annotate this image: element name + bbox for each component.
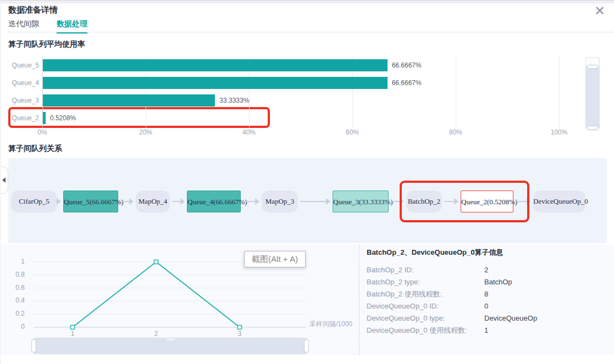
line-x-tick-label: 1 xyxy=(62,330,84,338)
line-y-tick-label: 0.8 xyxy=(4,271,25,278)
line-x-tick-label: 3 xyxy=(229,330,251,338)
graph-edge xyxy=(300,201,326,202)
queue-usage-bar-chart: 0%20%40%60%80%100%Queue_566.6667%Queue_4… xyxy=(1,55,614,138)
bar-queue_2[interactable] xyxy=(43,112,46,124)
tab-bar: 迭代间隙数据处理 xyxy=(8,19,614,32)
line-y-tick-label: 0.6 xyxy=(4,284,25,292)
line-y-tick-label: 0.4 xyxy=(4,296,25,304)
section-title-queue-relation: 算子间队列关系 xyxy=(8,144,62,154)
bar-gridline xyxy=(456,57,456,127)
datazoom-grip-icon xyxy=(167,339,174,340)
screenshot-hint-tooltip: 截图(Alt + A) xyxy=(244,251,306,267)
section-title-queue-usage: 算子间队列平均使用率 xyxy=(8,40,85,49)
op-info-row: DeviceQueueOp_0 使用线程数:1 xyxy=(367,324,614,337)
bar-value-label: 0.5208% xyxy=(50,112,76,124)
bar-category-label: Queue_4 xyxy=(5,77,39,89)
op-info-value: BatchOp xyxy=(484,276,512,288)
bar-gridline xyxy=(559,57,560,127)
graph-node-mapop_3[interactable]: MapOp_3 xyxy=(262,191,298,212)
bar-queue_3[interactable] xyxy=(43,94,215,107)
bar-x-tick-label: 60% xyxy=(336,128,369,136)
op-info-value: 8 xyxy=(484,288,488,300)
graph-edge xyxy=(243,201,255,202)
highlight-annotation-queue2-node xyxy=(400,181,529,222)
datazoom-handle-left[interactable] xyxy=(31,339,36,352)
bar-x-tick-label: 20% xyxy=(129,128,162,136)
graph-node-cifarop_5[interactable]: CifarOp_5 xyxy=(11,191,57,212)
bar-x-tick-label: 0% xyxy=(26,128,59,136)
sidebar-collapse-toggle[interactable] xyxy=(1,166,8,194)
graph-edge xyxy=(391,201,400,202)
bar-x-tick-label: 80% xyxy=(439,128,472,136)
page-title: 数据准备详情 xyxy=(8,5,58,15)
graph-edge-arrow-icon xyxy=(180,198,185,205)
bar-x-tick-label: 40% xyxy=(233,128,265,136)
graph-edge-arrow-icon xyxy=(255,198,259,205)
line-y-tick-label: 0.2 xyxy=(4,310,25,317)
graph-edge-arrow-icon xyxy=(57,198,61,205)
line-y-tick-label: 0 xyxy=(4,323,25,331)
bar-x-tick-label: 100% xyxy=(543,128,576,136)
graph-edge xyxy=(120,201,129,202)
op-info-row: DeviceQueueOp_0 type:DeviceQueueOp xyxy=(367,312,614,324)
datazoom-handle-right[interactable] xyxy=(304,339,309,352)
tab-step-interval[interactable]: 迭代间隙 xyxy=(8,19,39,32)
datazoom-handle-bottom[interactable] xyxy=(587,126,598,130)
bottom-panel: 采样间隔/1000 截图(Alt + A) 00.20.40.60.81123 … xyxy=(1,244,614,355)
op-info-value: 2 xyxy=(484,264,488,276)
bar-category-label: Queue_5 xyxy=(5,59,39,71)
op-info-value: DeviceQueueOp xyxy=(484,312,537,324)
graph-node-mapop_4[interactable]: MapOp_4 xyxy=(136,191,170,212)
x-axis-name: 采样间隔/1000 xyxy=(309,320,352,329)
bar-value-label: 33.3333% xyxy=(219,94,249,107)
bar-category-label: Queue_2 xyxy=(5,112,39,124)
close-icon[interactable]: ✕ xyxy=(594,4,605,18)
collapse-arrow-icon xyxy=(2,177,5,183)
line-data-point[interactable] xyxy=(154,260,158,264)
bar-value-label: 66.6667% xyxy=(392,77,422,89)
line-data-point[interactable] xyxy=(238,326,242,329)
datazoom-handle-top[interactable] xyxy=(587,65,598,69)
op-info-row: BatchOp_2 type:BatchOp xyxy=(367,276,614,288)
data-preparation-dialog: ✕ 数据准备详情 迭代间隙数据处理 算子间队列平均使用率 0%20%40%60%… xyxy=(0,0,614,364)
op-info-value: 1 xyxy=(484,324,488,337)
op-info-label: DeviceQueueOp_0 type: xyxy=(367,314,445,322)
graph-node-queue_5[interactable]: Queue_5(66.6667%) xyxy=(63,191,118,212)
graph-edge-arrow-icon xyxy=(326,198,330,205)
op-info-label: BatchOp_2 type: xyxy=(367,278,420,286)
graph-edge xyxy=(172,201,180,202)
line-x-tick-label: 2 xyxy=(145,330,167,338)
bar-value-label: 66.6667% xyxy=(392,59,422,71)
highlight-annotation-queue2-bar xyxy=(8,107,270,128)
op-info-label: BatchOp_2 使用线程数: xyxy=(367,290,442,298)
queue-relation-graph: CifarOp_5Queue_5(66.6667%)MapOp_4Queue_4… xyxy=(8,158,607,243)
op-info-row: DeviceQueueOp_0 ID:0 xyxy=(367,300,614,312)
tab-data-process[interactable]: 数据处理 xyxy=(57,19,87,33)
op-info-label: DeviceQueueOp_0 ID: xyxy=(367,302,439,310)
graph-edge-arrow-icon xyxy=(129,198,134,205)
datazoom-window[interactable] xyxy=(586,66,599,128)
op-info-panel: BatchOp_2、DeviceQueueOp_0算子信息 BatchOp_2 … xyxy=(367,244,614,355)
line-data-point[interactable] xyxy=(71,326,75,329)
graph-node-queue_4[interactable]: Queue_4(66.6667%) xyxy=(187,191,241,212)
op-info-row: BatchOp_2 使用线程数:8 xyxy=(367,288,614,300)
vertical-datazoom-slider[interactable] xyxy=(585,57,600,131)
line-y-tick-label: 1 xyxy=(4,257,25,265)
queue-size-line-chart: 采样间隔/1000 截图(Alt + A) 00.20.40.60.81123 xyxy=(1,244,359,355)
op-info-value: 0 xyxy=(484,300,488,312)
bar-queue_4[interactable] xyxy=(43,77,388,89)
panel-divider xyxy=(359,244,359,355)
op-info-row: BatchOp_2 ID:2 xyxy=(367,264,614,276)
bar-queue_5[interactable] xyxy=(43,59,388,71)
horizontal-datazoom-slider[interactable] xyxy=(34,338,307,354)
op-info-label: DeviceQueueOp_0 使用线程数: xyxy=(367,326,467,334)
bar-category-label: Queue_3 xyxy=(5,94,39,107)
op-info-title: BatchOp_2、DeviceQueueOp_0算子信息 xyxy=(367,248,504,257)
graph-node-devicequeueop_0[interactable]: DeviceQueueOp_0 xyxy=(533,191,585,212)
graph-node-queue_3[interactable]: Queue_3(33.3333%) xyxy=(333,191,389,212)
line-series xyxy=(73,262,240,327)
op-info-label: BatchOp_2 ID: xyxy=(367,266,413,274)
dialog-top-edge xyxy=(1,0,614,3)
